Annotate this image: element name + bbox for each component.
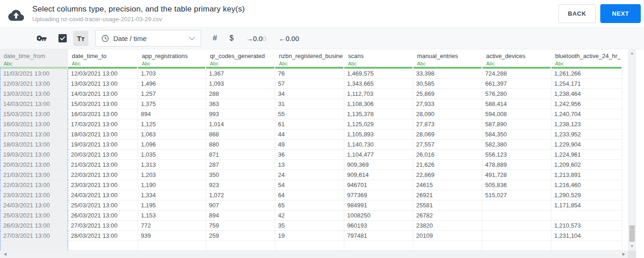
table-cell[interactable]: 24615 [413,180,482,190]
currency-type-button[interactable]: $ [229,34,233,42]
table-cell[interactable]: 772 [138,221,206,231]
table-cell[interactable]: 13/03/2021 13:00 [68,79,138,89]
table-cell[interactable]: 1,257 [138,89,206,99]
table-cell[interactable] [0,241,68,251]
table-cell[interactable] [482,241,551,251]
table-cell[interactable]: 25/03/2021 13:00 [0,211,68,221]
vertical-scrollbar[interactable]: ▲ ▼ [628,49,636,251]
table-cell[interactable]: 1,108,306 [344,99,413,109]
table-cell[interactable] [482,231,551,241]
table-cell[interactable]: 19/03/2021 13:00 [68,140,138,150]
table-cell[interactable]: 1,334 [138,190,206,200]
table-cell[interactable]: 588,414 [482,99,551,109]
table-cell[interactable]: 26/03/2021 13:00 [68,211,138,221]
table-cell[interactable]: 28/03/2021 13:00 [68,231,138,241]
table-cell[interactable]: 12/03/2021 13:00 [68,69,138,79]
table-cell[interactable]: 1,231,104 [551,231,622,241]
table-cell[interactable]: 505,836 [482,180,551,190]
table-cell[interactable]: 1,093 [206,79,275,89]
table-cell[interactable]: 880 [206,140,275,150]
table-cell[interactable]: 12/03/2021 13:00 [0,79,68,89]
table-cell[interactable] [344,241,413,251]
table-cell[interactable]: 491,728 [482,170,551,180]
table-cell[interactable]: 1,112,703 [344,89,413,99]
table-cell[interactable]: 259 [206,231,275,241]
table-cell[interactable]: 587,890 [482,119,551,129]
table-cell[interactable]: 1,153 [138,211,206,221]
table-cell[interactable]: 16/03/2021 13:00 [0,119,68,129]
table-cell[interactable]: 14/03/2021 13:00 [0,99,68,109]
table-cell[interactable]: 1,096 [138,140,206,150]
table-cell[interactable]: 939 [138,231,206,241]
table-cell[interactable] [68,241,138,251]
table-cell[interactable]: 26/03/2021 13:00 [0,221,68,231]
table-cell[interactable]: 1,313 [138,160,206,170]
primary-key-icon[interactable] [37,35,46,41]
table-cell[interactable]: 21,626 [413,160,482,170]
table-cell[interactable]: 27,933 [413,99,482,109]
decrease-decimal-button[interactable]: ←0.00 [279,35,299,42]
horizontal-scrollbar[interactable]: ◀ ▶ [0,251,628,258]
table-cell[interactable]: 61 [275,119,344,129]
table-cell[interactable]: 24 [275,170,344,180]
table-cell[interactable]: 946701 [344,180,413,190]
table-cell[interactable]: 36 [275,150,344,160]
table-cell[interactable]: 923 [206,180,275,190]
table-cell[interactable]: 26782 [413,211,482,221]
back-button[interactable]: BACK [558,4,596,23]
table-cell[interactable]: 26,016 [413,150,482,160]
table-cell[interactable]: 797481 [344,231,413,241]
number-type-button[interactable]: # [213,34,217,43]
table-cell[interactable]: 25/03/2021 13:00 [68,200,138,211]
table-cell[interactable]: 17/03/2021 13:00 [68,119,138,129]
table-cell[interactable]: 17/03/2021 13:00 [0,129,68,140]
table-cell[interactable]: 27/03/2021 13:00 [68,221,138,231]
table-cell[interactable]: 44 [275,129,344,140]
table-cell[interactable]: 1,125,029 [344,119,413,129]
table-cell[interactable]: 1,343,665 [344,79,413,89]
table-cell[interactable]: 30,585 [413,79,482,89]
table-cell[interactable]: 25581 [413,200,482,211]
table-cell[interactable]: 22/03/2021 13:00 [68,170,138,180]
table-cell[interactable]: 724,288 [482,69,551,79]
table-cell[interactable]: 1,216,460 [551,180,622,190]
table-cell[interactable]: 55 [275,109,344,119]
table-cell[interactable]: 1,195 [138,200,206,211]
vertical-scrollbar-thumb[interactable] [629,225,635,242]
table-cell[interactable]: 894 [138,109,206,119]
table-cell[interactable]: 28,069 [413,129,482,140]
table-cell[interactable]: 19/03/2021 13:00 [0,150,68,160]
scroll-up-arrow[interactable]: ▲ [628,50,636,57]
table-cell[interactable]: 363 [206,99,275,109]
table-cell[interactable]: 556,123 [482,150,551,160]
table-cell[interactable]: 1,135,378 [344,109,413,119]
column-type-select[interactable]: Date / time [95,30,201,47]
column-header-date_time_to[interactable]: date_time_toAbc [68,49,138,69]
table-cell[interactable]: 64 [275,190,344,200]
table-cell[interactable] [413,241,482,251]
table-cell[interactable]: 871 [206,150,275,160]
table-cell[interactable]: 11/03/2021 13:00 [0,69,68,79]
table-cell[interactable]: 1,240,704 [551,109,622,119]
column-header-scans[interactable]: scansAbc [344,49,413,69]
table-cell[interactable]: 16/03/2021 13:00 [68,109,138,119]
table-cell[interactable]: 478,889 [482,160,551,170]
table-cell[interactable]: 24/03/2021 13:00 [0,200,68,211]
table-cell[interactable]: 26921 [413,190,482,200]
table-cell[interactable]: 1,375 [138,99,206,109]
table-cell[interactable]: 907 [206,200,275,211]
table-cell[interactable]: 1,035 [138,150,206,160]
table-cell[interactable]: 1,171,854 [551,200,622,211]
table-cell[interactable]: 27,557 [413,140,482,150]
table-cell[interactable]: 1,072 [206,190,275,200]
column-include-checkbox[interactable] [58,34,67,42]
table-cell[interactable]: 21/03/2021 13:00 [0,170,68,180]
table-cell[interactable] [275,241,344,251]
table-cell[interactable]: 18/03/2021 13:00 [68,129,138,140]
table-cell[interactable]: 24/03/2021 13:00 [68,190,138,200]
table-cell[interactable]: 1,238,464 [551,89,622,99]
table-cell[interactable]: 1,224,961 [551,150,622,160]
table-cell[interactable]: 21/03/2021 13:00 [68,160,138,170]
table-cell[interactable]: 894 [206,211,275,221]
table-cell[interactable]: 1,104,477 [344,150,413,160]
